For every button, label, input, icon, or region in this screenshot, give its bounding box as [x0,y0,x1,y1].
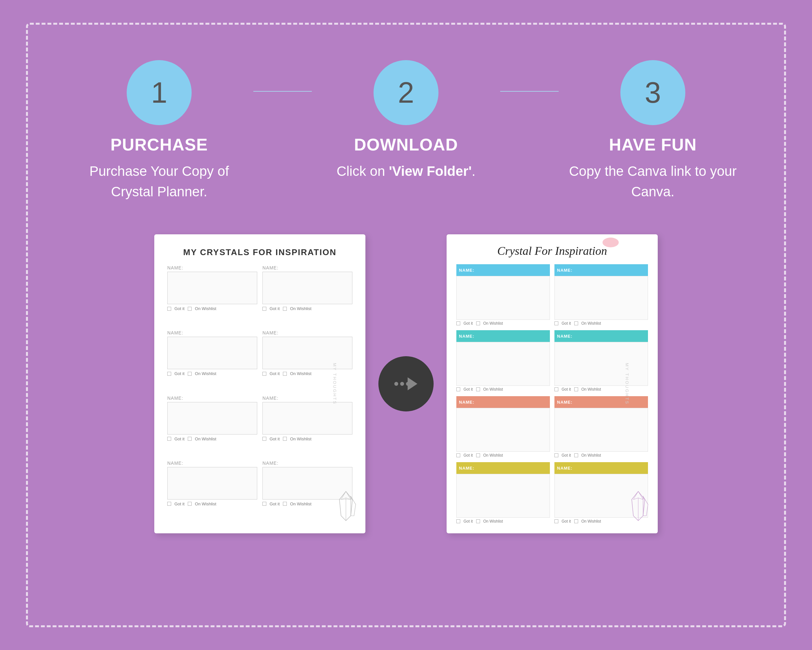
colorful-checks-3: Got it On Wishlist [456,387,550,392]
step-2-desc-plain: Click on [336,164,389,179]
cell-box-2 [263,272,353,304]
crystal-grid: NAME: Got it On Wishlist NAME: [167,265,353,520]
c-wishlist-8 [574,519,578,523]
crystal-decoration-colorful [625,490,651,527]
colorful-header-2: NAME: [554,264,648,276]
c-wish-6: On Wishlist [582,453,601,457]
colorful-header-1: NAME: [456,264,550,276]
inner-container: 1 PURCHASE Purchase Your Copy of Crystal… [49,41,763,609]
cell-checkboxes-1: Got it On Wishlist [167,306,257,311]
c-checkbox-8 [554,519,558,523]
checkbox-wishlist-4 [283,372,287,376]
colorful-checks-6: Got it On Wishlist [554,453,648,457]
c-wish-4: On Wishlist [582,387,601,392]
c-wish-7: On Wishlist [483,519,503,523]
colorful-card-title: Crystal For Inspiration [456,244,648,258]
gotit-label-5: Got it [174,436,185,441]
cell-box-6 [263,402,353,434]
colorful-box-3 [456,342,550,386]
colorful-box-4 [554,342,648,386]
c-gotit-7: Got it [464,519,473,523]
cell-label-6: NAME: [263,396,353,401]
checkbox-wishlist-8 [283,502,287,506]
step-1-circle: 1 [127,60,192,125]
cell-box-1 [167,272,257,304]
wishlist-label-3: On Wishlist [195,371,216,376]
crystal-cell-7: NAME: Got it On Wishlist [167,460,257,520]
colorful-cell-2: NAME: Got it On Wishlist [554,264,648,326]
connector-1 [250,91,315,92]
c-wishlist-7 [476,519,480,523]
c-gotit-3: Got it [464,387,473,392]
wishlist-label-4: On Wishlist [290,371,311,376]
colorful-checks-1: Got it On Wishlist [456,321,550,326]
step-3-title: HAVE FUN [609,135,697,154]
step-1-title: PURCHASE [110,135,208,154]
cell-box-7 [167,467,257,500]
c-wishlist-6 [574,453,578,457]
checkbox-wishlist-1 [188,307,192,311]
colorful-checks-7: Got it On Wishlist [456,519,550,523]
c-gotit-6: Got it [562,453,571,457]
step-1-desc: Purchase Your Copy of Crystal Planner. [68,161,250,202]
gotit-label-2: Got it [270,306,280,311]
wishlist-label-1: On Wishlist [195,306,216,311]
crystal-cell-5: NAME: Got it On Wishlist [167,396,257,455]
checkbox-gotit-8 [263,502,266,506]
crystal-decoration-plain [333,490,359,527]
gotit-label-6: Got it [270,436,280,441]
checkbox-gotit-5 [167,437,171,441]
arrow-icon [390,372,422,395]
colorful-box-1 [456,276,550,320]
cell-checkboxes-4: Got it On Wishlist [263,371,353,376]
checkbox-wishlist-3 [188,372,192,376]
connector-line-2 [500,91,559,92]
cell-box-3 [167,337,257,369]
svg-marker-7 [408,377,417,390]
c-checkbox-1 [456,321,460,325]
step-2-desc-end: . [472,164,476,179]
step-2-number: 2 [398,76,414,110]
checkbox-gotit-4 [263,372,266,376]
step-2-desc: Click on 'View Folder'. [336,161,476,181]
wishlist-label-7: On Wishlist [195,502,216,506]
step-3-number: 3 [645,76,661,110]
checkbox-gotit-3 [167,372,171,376]
c-wishlist-4 [574,387,578,391]
my-thoughts-label-colorful: MY THOUGHTS [624,363,629,405]
svg-point-5 [400,382,404,386]
wishlist-label-5: On Wishlist [195,436,216,441]
c-checkbox-7 [456,519,460,523]
step-1: 1 PURCHASE Purchase Your Copy of Crystal… [68,60,250,202]
wishlist-label-6: On Wishlist [290,436,311,441]
cell-label-7: NAME: [167,460,257,466]
c-wish-5: On Wishlist [483,453,503,457]
checkbox-wishlist-6 [283,437,287,441]
step-2-title: DOWNLOAD [354,135,458,154]
step-1-number: 1 [151,76,167,110]
arrow-circle [379,356,433,411]
colorful-header-6: NAME: [554,396,648,408]
colorful-cell-1: NAME: Got it On Wishlist [456,264,550,326]
c-wish-3: On Wishlist [483,387,503,392]
colorful-cell-6: NAME: Got it On Wishlist [554,396,648,457]
crystal-cell-4: NAME: Got it On Wishlist [263,330,353,390]
checkbox-wishlist-5 [188,437,192,441]
c-checkbox-6 [554,453,558,457]
c-gotit-1: Got it [464,321,473,326]
colorful-grid: NAME: Got it On Wishlist NAME: [456,264,648,523]
gotit-label-8: Got it [270,502,280,506]
cell-checkboxes-5: Got it On Wishlist [167,436,257,441]
cell-label-4: NAME: [263,330,353,335]
colorful-header-4: NAME: [554,330,648,342]
colorful-checks-4: Got it On Wishlist [554,387,648,392]
cell-box-4 [263,337,353,369]
checkbox-gotit-7 [167,502,171,506]
colorful-checks-2: Got it On Wishlist [554,321,648,326]
cell-label-2: NAME: [263,265,353,271]
step-3-desc: Copy the Canva link to your Canva. [562,161,744,202]
step-2: 2 DOWNLOAD Click on 'View Folder'. [315,60,497,181]
step-3-circle: 3 [620,60,685,125]
colorful-box-2 [554,276,648,320]
c-wish-8: On Wishlist [582,519,601,523]
